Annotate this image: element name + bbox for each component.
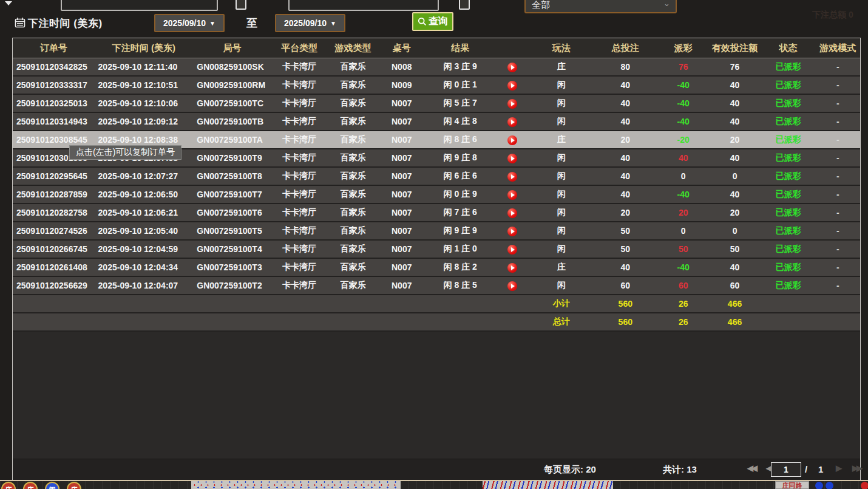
game-no-cell: GN007259100T7 — [193, 186, 271, 204]
valid-bet-cell: 40 — [709, 95, 761, 113]
play-cell: 闲 — [530, 204, 593, 222]
play-icon[interactable] — [507, 117, 517, 127]
date-range-to-label: 至 — [246, 16, 257, 30]
table-row[interactable]: 2509101202827582025-09-10 12:06:21GN0072… — [13, 204, 860, 222]
order-no-cell[interactable]: 250910120266745 — [13, 241, 95, 259]
payout-cell: 40 — [658, 149, 709, 168]
roadmap-strokes — [483, 481, 613, 489]
order-no-cell[interactable]: 250910120342825 — [13, 58, 95, 77]
play-icon[interactable] — [507, 245, 517, 255]
table-row[interactable]: 2509101202956452025-09-10 12:07:27GN0072… — [13, 168, 860, 186]
top-text-input-1[interactable] — [61, 0, 218, 11]
top-text-input-2[interactable] — [288, 0, 439, 11]
red-marker — [861, 482, 868, 489]
status-cell: 已派彩 — [761, 204, 815, 222]
payout-cell: -40 — [658, 77, 709, 95]
prev-page-button[interactable]: ◀ — [766, 463, 770, 473]
order-no-cell[interactable]: 250910120256629 — [13, 277, 95, 295]
play-icon-cell — [495, 204, 529, 222]
game-no-cell: GN007259100TC — [193, 95, 271, 113]
payout-cell: 26 — [658, 295, 709, 313]
road-label: 庄同路 — [775, 481, 809, 489]
filter-dropdown[interactable]: 全部 ⌄ — [524, 0, 677, 13]
per-page-label: 每页显示: 20 — [544, 464, 596, 476]
bet-time-cell: 2025-09-10 12:10:51 — [95, 77, 194, 95]
play-cell: 闲 — [530, 222, 593, 241]
play-icon[interactable] — [507, 154, 517, 163]
table-row[interactable]: 2509101203149432025-09-10 12:09:12GN0072… — [13, 113, 860, 131]
order-no-cell[interactable]: 250910120282758 — [13, 204, 95, 222]
order-no-cell[interactable]: 250910120261408 — [13, 259, 95, 277]
next-page-button[interactable]: ▶ — [836, 463, 842, 473]
table-row[interactable]: 2509101203250132025-09-10 12:10:06GN0072… — [13, 95, 860, 113]
status-cell: 已派彩 — [761, 259, 815, 277]
table-row[interactable]: 2509101202566292025-09-10 12:04:07GN0072… — [13, 277, 860, 295]
order-no-cell[interactable]: 250910120287859 — [13, 186, 95, 204]
play-cell: 闲 — [530, 95, 593, 113]
total-bet-cell: 560 — [593, 313, 657, 332]
date-from-select[interactable]: 2025/09/10▼ — [154, 14, 225, 32]
table-no-cell: N007 — [379, 241, 425, 259]
payout-cell: 76 — [658, 58, 709, 77]
play-icon[interactable] — [507, 190, 517, 200]
total-bet-cell: 40 — [593, 259, 657, 277]
game-no-cell: GN009259100RM — [193, 77, 271, 95]
play-icon-cell — [495, 131, 529, 149]
play-icon[interactable] — [507, 263, 517, 273]
result-cell: 闲 0 庄 1 — [425, 77, 496, 95]
mode-cell: - — [816, 149, 860, 168]
play-icon[interactable] — [507, 99, 517, 109]
table-row[interactable]: 2509101203428252025-09-10 12:11:40GN0082… — [13, 58, 860, 77]
status-cell: 已派彩 — [761, 241, 815, 259]
game-no-cell: GN007259100T6 — [193, 204, 271, 222]
result-cell: 闲 3 庄 9 — [425, 58, 496, 77]
order-no-cell[interactable]: 250910120314943 — [13, 113, 95, 131]
play-icon[interactable] — [507, 172, 517, 182]
order-no-cell[interactable]: 250910120325013 — [13, 95, 95, 113]
blue-marker — [826, 482, 833, 489]
table-row[interactable]: 2509101203333172025-09-10 12:10:51GN0092… — [13, 77, 860, 95]
game-no-cell: GN007259100T9 — [193, 149, 271, 168]
valid-bet-cell: 466 — [709, 295, 761, 313]
table-row[interactable]: 2509101202878592025-09-10 12:06:50GN0072… — [13, 186, 860, 204]
last-page-button[interactable]: ▶▶ — [852, 463, 861, 473]
table-row[interactable]: 2509101202745262025-09-10 12:05:40GN0072… — [13, 222, 860, 241]
copy-icon[interactable] — [236, 0, 246, 10]
order-no-cell[interactable]: 250910120333317 — [13, 77, 95, 95]
total-bet-cell: 560 — [593, 295, 657, 313]
play-icon[interactable] — [507, 135, 517, 145]
play-icon[interactable] — [507, 227, 517, 236]
play-icon[interactable] — [507, 81, 517, 91]
status-cell: 已派彩 — [761, 149, 815, 168]
lobby-badge: 庄 — [23, 482, 38, 489]
order-no-cell[interactable]: 250910120295645 — [13, 168, 95, 186]
query-button[interactable]: 查询 — [412, 12, 453, 31]
play-icon[interactable] — [507, 281, 517, 291]
table-row[interactable]: 2509101202667452025-09-10 12:04:59GN0072… — [13, 241, 860, 259]
first-page-button[interactable]: ◀◀ — [747, 463, 756, 473]
play-cell: 庄 — [530, 259, 593, 277]
col-header: 平台类型 — [271, 38, 327, 58]
page-count: 1 — [818, 464, 823, 474]
table-no-cell: N007 — [379, 186, 425, 204]
payout-cell: 50 — [658, 241, 709, 259]
table-row[interactable]: 2509101202614082025-09-10 12:04:34GN0072… — [13, 259, 860, 277]
platform-cell: 卡卡湾厅 — [271, 186, 327, 204]
game-type-cell: 百家乐 — [327, 204, 378, 222]
date-to-select[interactable]: 2025/09/10▼ — [275, 14, 345, 32]
col-header: 订单号 — [13, 38, 95, 58]
lobby-badge: 庄 — [67, 482, 81, 489]
page-number-input[interactable] — [771, 462, 801, 477]
col-header: 局号 — [193, 38, 271, 58]
game-type-cell: 百家乐 — [327, 222, 378, 241]
play-icon[interactable] — [507, 63, 517, 72]
platform-cell: 卡卡湾厅 — [271, 113, 327, 131]
payout-cell: -40 — [658, 259, 709, 277]
play-icon[interactable] — [507, 208, 517, 218]
platform-cell: 卡卡湾厅 — [271, 204, 327, 222]
platform-cell: 卡卡湾厅 — [271, 131, 327, 149]
order-no-cell[interactable]: 250910120274526 — [13, 222, 95, 241]
copy-icon[interactable] — [459, 0, 470, 10]
table-no-cell: N007 — [379, 149, 425, 168]
mode-cell: - — [816, 168, 860, 186]
